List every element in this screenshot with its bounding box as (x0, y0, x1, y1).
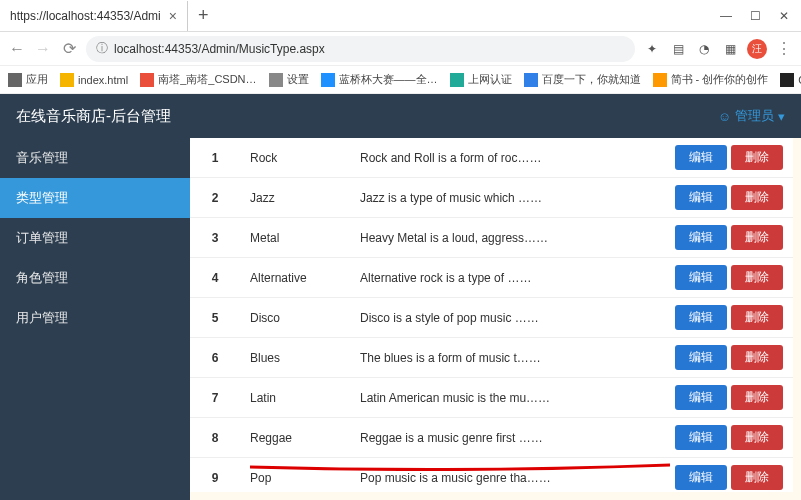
cell-desc: Reggae is a music genre first …… (350, 418, 643, 458)
browser-titlebar: https://localhost:44353/Admi × + — ☐ ✕ (0, 0, 801, 32)
cell-id: 8 (190, 418, 240, 458)
extension-icon[interactable]: ▤ (669, 40, 687, 58)
sidebar-item[interactable]: 用户管理 (0, 298, 190, 338)
extension-icon[interactable]: ✦ (643, 40, 661, 58)
cell-id: 5 (190, 298, 240, 338)
url-text: localhost:44353/Admin/MusicType.aspx (114, 42, 325, 56)
table-row: 4AlternativeAlternative rock is a type o… (190, 258, 793, 298)
sidebar-item[interactable]: 角色管理 (0, 258, 190, 298)
tab-title: https://localhost:44353/Admi (10, 9, 161, 23)
bookmark-item[interactable]: 设置 (269, 72, 309, 87)
cell-desc: Disco is a style of pop music …… (350, 298, 643, 338)
bookmark-item[interactable]: GitHub (780, 73, 801, 87)
cell-name: Rock (240, 138, 350, 178)
delete-button[interactable]: 删除 (731, 305, 783, 330)
cell-name: Metal (240, 218, 350, 258)
browser-tab[interactable]: https://localhost:44353/Admi × (0, 1, 188, 31)
close-window-icon[interactable]: ✕ (779, 9, 789, 23)
chevron-down-icon: ▾ (778, 109, 785, 124)
edit-button[interactable]: 编辑 (675, 225, 727, 250)
reload-icon[interactable]: ⟳ (60, 39, 78, 58)
cell-id: 4 (190, 258, 240, 298)
table-row: 3MetalHeavy Metal is a loud, aggress……编辑… (190, 218, 793, 258)
edit-button[interactable]: 编辑 (675, 345, 727, 370)
cell-actions: 编辑删除 (643, 138, 793, 178)
cell-actions: 编辑删除 (643, 418, 793, 458)
forward-icon[interactable]: → (34, 40, 52, 58)
delete-button[interactable]: 删除 (731, 145, 783, 170)
bookmark-item[interactable]: 简书 - 创作你的创作 (653, 72, 769, 87)
table-row: 5DiscoDisco is a style of pop music ……编辑… (190, 298, 793, 338)
cell-name: Alternative (240, 258, 350, 298)
bookmarks-bar: 应用index.html南塔_南塔_CSDN…设置蓝桥杯大赛——全…上网认证百度… (0, 66, 801, 94)
cell-name: Reggae (240, 418, 350, 458)
profile-avatar[interactable]: 汪 (747, 39, 767, 59)
bookmark-item[interactable]: 上网认证 (450, 72, 512, 87)
bookmark-item[interactable]: 百度一下，你就知道 (524, 72, 641, 87)
cell-id: 9 (190, 458, 240, 493)
sidebar-item[interactable]: 类型管理 (0, 178, 190, 218)
brand-title: 在线音乐商店-后台管理 (16, 107, 171, 126)
menu-icon[interactable]: ⋮ (775, 39, 793, 58)
cell-desc: Heavy Metal is a loud, aggress…… (350, 218, 643, 258)
table-row: 1RockRock and Roll is a form of roc……编辑删… (190, 138, 793, 178)
admin-link[interactable]: ☺ 管理员 ▾ (718, 107, 785, 125)
cell-name: Blues (240, 338, 350, 378)
cell-desc: Rock and Roll is a form of roc…… (350, 138, 643, 178)
app-header: 在线音乐商店-后台管理 ☺ 管理员 ▾ (0, 94, 801, 138)
bookmark-item[interactable]: index.html (60, 73, 128, 87)
cell-name: Jazz (240, 178, 350, 218)
cell-actions: 编辑删除 (643, 218, 793, 258)
cell-id: 2 (190, 178, 240, 218)
window-controls: — ☐ ✕ (708, 9, 801, 23)
cell-id: 1 (190, 138, 240, 178)
edit-button[interactable]: 编辑 (675, 465, 727, 490)
back-icon[interactable]: ← (8, 40, 26, 58)
cell-name: Disco (240, 298, 350, 338)
delete-button[interactable]: 删除 (731, 345, 783, 370)
cell-actions: 编辑删除 (643, 378, 793, 418)
minimize-icon[interactable]: — (720, 9, 732, 23)
edit-button[interactable]: 编辑 (675, 185, 727, 210)
cell-desc: Alternative rock is a type of …… (350, 258, 643, 298)
close-tab-icon[interactable]: × (169, 8, 177, 24)
user-icon: ☺ (718, 109, 731, 124)
new-tab-button[interactable]: + (188, 5, 219, 26)
edit-button[interactable]: 编辑 (675, 385, 727, 410)
edit-button[interactable]: 编辑 (675, 265, 727, 290)
edit-button[interactable]: 编辑 (675, 305, 727, 330)
delete-button[interactable]: 删除 (731, 265, 783, 290)
url-field[interactable]: ⓘ localhost:44353/Admin/MusicType.aspx (86, 36, 635, 62)
cell-actions: 编辑删除 (643, 338, 793, 378)
maximize-icon[interactable]: ☐ (750, 9, 761, 23)
cell-id: 7 (190, 378, 240, 418)
address-bar: ← → ⟳ ⓘ localhost:44353/Admin/MusicType.… (0, 32, 801, 66)
sidebar-item[interactable]: 订单管理 (0, 218, 190, 258)
edit-button[interactable]: 编辑 (675, 145, 727, 170)
content-area: 1RockRock and Roll is a form of roc……编辑删… (190, 138, 793, 492)
extension-icon[interactable]: ◔ (695, 40, 713, 58)
table-row: 8ReggaeReggae is a music genre first ……编… (190, 418, 793, 458)
delete-button[interactable]: 删除 (731, 225, 783, 250)
page: 在线音乐商店-后台管理 ☺ 管理员 ▾ 音乐管理类型管理订单管理角色管理用户管理… (0, 94, 801, 500)
bookmark-item[interactable]: 南塔_南塔_CSDN… (140, 72, 256, 87)
cell-actions: 编辑删除 (643, 298, 793, 338)
type-table: 1RockRock and Roll is a form of roc……编辑删… (190, 138, 793, 492)
delete-button[interactable]: 删除 (731, 385, 783, 410)
delete-button[interactable]: 删除 (731, 425, 783, 450)
cell-desc: Jazz is a type of music which …… (350, 178, 643, 218)
bookmark-item[interactable]: 蓝桥杯大赛——全… (321, 72, 438, 87)
sidebar-item[interactable]: 音乐管理 (0, 138, 190, 178)
delete-button[interactable]: 删除 (731, 465, 783, 490)
delete-button[interactable]: 删除 (731, 185, 783, 210)
sidebar: 音乐管理类型管理订单管理角色管理用户管理 (0, 138, 190, 500)
table-row: 7LatinLatin American music is the mu……编辑… (190, 378, 793, 418)
cell-name: Latin (240, 378, 350, 418)
app-body: 音乐管理类型管理订单管理角色管理用户管理 1RockRock and Roll … (0, 138, 801, 500)
apps-button[interactable]: 应用 (8, 72, 48, 87)
edit-button[interactable]: 编辑 (675, 425, 727, 450)
annotation-underline (250, 460, 670, 468)
cell-actions: 编辑删除 (643, 258, 793, 298)
cell-id: 6 (190, 338, 240, 378)
extension-icon[interactable]: ▦ (721, 40, 739, 58)
